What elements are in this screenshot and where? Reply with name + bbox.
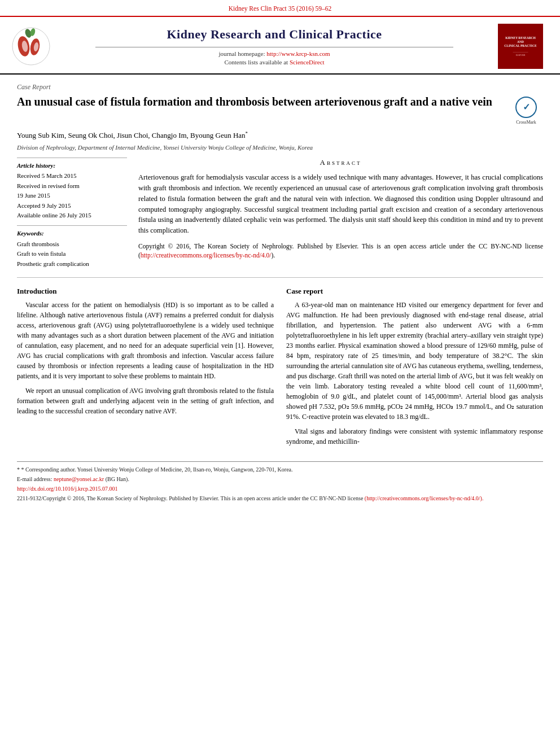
abstract-text: Arteriovenous graft for hemodialysis vas… [138, 172, 543, 236]
article-title: An unusual case of fistula formation and… [17, 94, 498, 109]
crossmark-badge: ✓ CrossMark [509, 97, 543, 125]
main-content: Case Report An unusual case of fistula f… [0, 82, 560, 503]
received2-label: Received in revised form [17, 182, 127, 190]
case-para-2: Vital signs and laboratory findings were… [286, 426, 543, 447]
article-history: Article history: Received 5 March 2015 R… [17, 158, 127, 220]
received1: Received 5 March 2015 [17, 172, 127, 180]
footer-doi-link[interactable]: http://dx.doi.org/10.1016/j.krcp.2015.07… [17, 486, 117, 492]
footer-license-line: 2211-9132/Copyright © 2016, The Korean S… [17, 494, 543, 503]
footer-email-link[interactable]: neptune@yonsei.ac.kr [54, 476, 104, 482]
intro-para-1: Vascular access for the patient on hemod… [17, 300, 274, 381]
authors-text: Young Sub Kim, Seung Ok Choi, Jisun Choi… [17, 132, 246, 140]
footer-email-label: E-mail address: [17, 476, 52, 482]
abstract-title: Abstract [138, 158, 543, 168]
footer-corresponding: * * Corresponding author. Yonsei Univers… [17, 465, 543, 474]
footer-doi: http://dx.doi.org/10.1016/j.krcp.2015.07… [17, 484, 543, 493]
affiliation: Division of Nephrology, Department of In… [17, 143, 543, 152]
keywords-title: Keywords: [17, 229, 127, 238]
introduction-title: Introduction [17, 286, 274, 297]
journal-header: Kidney Research and Clinical Practice jo… [0, 17, 560, 75]
journal-sub-links: journal homepage: http://www.krcp-ksn.co… [51, 50, 498, 67]
footer-license-text: 2211-9132/Copyright © 2016, The Korean S… [17, 495, 363, 501]
footer-license-link[interactable]: (http://creativecommons.org/licenses/by-… [365, 495, 484, 501]
introduction-col: Introduction Vascular access for the pat… [17, 286, 274, 452]
section-divider [17, 277, 543, 278]
copyright-suffix: ). [272, 252, 275, 259]
case-report-title: Case report [286, 286, 543, 297]
received2-date: 19 June 2015 [17, 191, 127, 200]
article-info-col: Article history: Received 5 March 2015 R… [17, 158, 127, 269]
body-section: Introduction Vascular access for the pat… [17, 286, 543, 452]
keywords-section: Keywords: Graft thrombosis Graft to vein… [17, 225, 127, 268]
article-title-section: An unusual case of fistula formation and… [17, 94, 543, 125]
info-abstract-section: Article history: Received 5 March 2015 R… [17, 158, 543, 269]
history-title: Article history: [17, 161, 127, 170]
footer-corresponding-text: * Corresponding author. Yonsei Universit… [21, 466, 293, 473]
footer-email-line: E-mail address: neptune@yonsei.ac.kr (BG… [17, 475, 543, 483]
journal-title-center: Kidney Research and Clinical Practice jo… [51, 26, 498, 67]
homepage-label: journal homepage: [218, 50, 265, 57]
keyword-2: Graft to vein fistula [17, 250, 127, 258]
journal-logo-right: KIDNEY RESEARCHANDCLINICAL PRACTICE ————… [498, 24, 543, 69]
crossmark-label: CrossMark [516, 119, 536, 125]
page-footer: * * Corresponding author. Yonsei Univers… [17, 461, 543, 503]
science-direct-link[interactable]: ScienceDirect [290, 59, 325, 65]
kidney-logo-svg [11, 27, 51, 66]
homepage-link[interactable]: http://www.krcp-ksn.com [266, 50, 330, 57]
accepted: Accepted 9 July 2015 [17, 202, 127, 210]
intro-para-2: We report an unusual complication of AVG… [17, 386, 274, 416]
author-sup: * [246, 130, 248, 136]
authors-line: Young Sub Kim, Seung Ok Choi, Jisun Choi… [17, 130, 543, 141]
keyword-3: Prosthetic graft complication [17, 260, 127, 268]
footer-sup: * [17, 466, 21, 473]
citation-link[interactable]: Kidney Res Clin Pract 35 (2016) 59–62 [229, 5, 332, 12]
journal-title: Kidney Research and Clinical Practice [51, 26, 498, 43]
license-link[interactable]: http://creativecommons.org/licenses/by-n… [141, 252, 272, 259]
abstract-col: Abstract Arteriovenous graft for hemodia… [138, 158, 543, 269]
crossmark-logo: ✓ [515, 97, 537, 118]
available: Available online 26 July 2015 [17, 211, 127, 220]
keyword-1: Graft thrombosis [17, 240, 127, 248]
top-citation-bar: Kidney Res Clin Pract 35 (2016) 59–62 [0, 0, 560, 17]
case-report-col: Case report A 63-year-old man on mainten… [286, 286, 543, 452]
footer-email-suffix: (BG Han). [106, 476, 129, 482]
case-para-1: A 63-year-old man on maintenance HD visi… [286, 300, 543, 422]
case-report-text: A 63-year-old man on maintenance HD visi… [286, 300, 543, 447]
introduction-text: Vascular access for the patient on hemod… [17, 300, 274, 416]
journal-logo-left [11, 27, 51, 66]
section-label: Case Report [17, 82, 543, 92]
copyright-text: Copyright © 2016, The Korean Society of … [138, 242, 543, 260]
contents-label: Contents lists available at [224, 59, 288, 65]
